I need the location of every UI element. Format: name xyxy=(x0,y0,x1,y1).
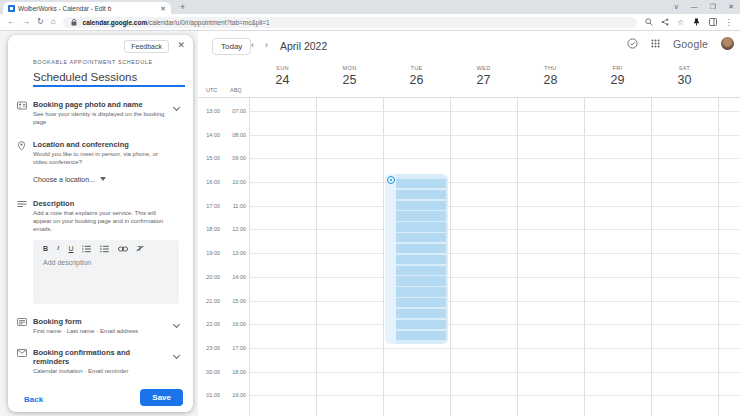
appointment-slot[interactable] xyxy=(396,320,446,329)
insert-link-icon[interactable] xyxy=(118,246,128,252)
day-cell[interactable]: TUE 26 xyxy=(383,65,450,87)
hour-label-local: 19:00 xyxy=(224,392,246,398)
appointment-slot[interactable] xyxy=(396,255,446,264)
appointment-slot[interactable] xyxy=(396,201,446,210)
appointment-slot[interactable] xyxy=(396,233,446,242)
account-avatar[interactable] xyxy=(721,37,734,50)
appointment-schedule-block[interactable] xyxy=(385,174,448,344)
prev-week-icon[interactable]: ‹ xyxy=(251,40,254,50)
hour-row: 23:00 17:00 xyxy=(198,348,740,372)
day-name: FRI xyxy=(584,65,651,71)
reload-icon[interactable]: ↻ xyxy=(37,18,44,26)
new-tab-button[interactable]: + xyxy=(180,3,185,12)
numbered-list-icon[interactable] xyxy=(82,245,91,253)
back-icon[interactable]: ← xyxy=(7,18,15,26)
hour-row: 00:00 18:00 xyxy=(198,372,740,396)
appointment-slot[interactable] xyxy=(396,266,446,275)
next-week-icon[interactable]: › xyxy=(265,40,268,50)
underline-icon[interactable]: U xyxy=(68,245,73,252)
appointment-slot[interactable] xyxy=(396,179,446,188)
section-confirmations[interactable]: Booking confirmations and reminders Cale… xyxy=(17,348,183,375)
hour-line xyxy=(249,277,740,278)
hour-row: 13:00 07:00 xyxy=(198,111,740,135)
day-cell[interactable]: SAT 30 xyxy=(651,65,718,87)
hour-row: 01:00 19:00 xyxy=(198,395,740,416)
section-booking-form[interactable]: Booking form First name · Last name · Em… xyxy=(17,317,183,335)
hour-line xyxy=(249,301,740,302)
window-menu-icon[interactable]: ∨ xyxy=(674,1,679,13)
bookmark-star-icon[interactable]: ☆ xyxy=(676,18,685,27)
day-cell[interactable]: FRI 29 xyxy=(584,65,651,87)
day-cell[interactable]: THU 28 xyxy=(517,65,584,87)
browser-tabstrip: WolberWorks - Calendar - Edit b ✕ + ∨ — … xyxy=(0,0,740,14)
hour-label-utc: 16:00 xyxy=(198,179,220,185)
description-editor[interactable]: B I U T Add description xyxy=(33,240,179,304)
email-icon xyxy=(17,348,27,375)
hour-row: 15:00 09:00 xyxy=(198,158,740,182)
day-cell[interactable]: SUN 24 xyxy=(249,65,316,87)
browser-tab[interactable]: WolberWorks - Calendar - Edit b ✕ xyxy=(3,2,171,14)
hour-row: 14:00 08:00 xyxy=(198,135,740,159)
tab-close-icon[interactable]: ✕ xyxy=(160,5,166,12)
chevron-down-icon[interactable] xyxy=(173,104,180,111)
italic-icon[interactable]: I xyxy=(57,245,59,252)
day-cell[interactable]: MON 25 xyxy=(316,65,383,87)
appointment-slot[interactable] xyxy=(396,287,446,296)
hour-rows: 13:00 07:00 14:00 08:00 15:00 09:00 xyxy=(198,111,740,416)
appointment-slot[interactable] xyxy=(396,190,446,199)
lock-icon xyxy=(70,18,79,27)
save-button[interactable]: Save xyxy=(140,389,183,406)
hour-label-utc: 17:00 xyxy=(198,203,220,209)
form-list-icon xyxy=(17,317,27,335)
appointment-slot[interactable] xyxy=(396,331,446,340)
appointment-slot[interactable] xyxy=(396,222,446,231)
bold-icon[interactable]: B xyxy=(43,245,48,252)
home-icon[interactable]: ⌂ xyxy=(51,18,56,26)
side-panel-icon[interactable] xyxy=(708,18,717,27)
screen: WolberWorks - Calendar - Edit b ✕ + ∨ — … xyxy=(0,0,740,416)
apps-grid-icon[interactable] xyxy=(651,39,660,48)
appointment-slot[interactable] xyxy=(396,298,446,307)
clear-formatting-icon[interactable]: T xyxy=(137,245,141,252)
address-bar[interactable]: calendar.google.com/calendar/u/0/r/appoi… xyxy=(63,17,637,28)
hour-label-utc: 18:00 xyxy=(198,226,220,232)
sync-status-icon[interactable] xyxy=(627,38,638,49)
day-cell[interactable]: WED 27 xyxy=(450,65,517,87)
hour-row: 16:00 10:00 xyxy=(198,182,740,206)
day-number: 28 xyxy=(517,73,584,87)
calendar-grid[interactable]: 13:00 07:00 14:00 08:00 15:00 09:00 xyxy=(198,98,740,416)
appointment-slot[interactable] xyxy=(396,276,446,285)
extensions-pin-icon[interactable] xyxy=(692,18,701,27)
appointment-slot[interactable] xyxy=(396,211,446,220)
section-location[interactable]: Location and conferencing Would you like… xyxy=(17,140,183,167)
appointment-slot[interactable] xyxy=(396,309,446,318)
schedule-title-input[interactable] xyxy=(33,71,185,87)
day-number: 24 xyxy=(249,73,316,87)
today-button[interactable]: Today xyxy=(212,38,251,55)
appointment-slot[interactable] xyxy=(396,244,446,253)
zoom-search-icon[interactable] xyxy=(644,18,653,27)
close-icon[interactable]: ✕ xyxy=(177,41,185,50)
day-name: SUN xyxy=(249,65,316,71)
panel-eyebrow: BOOKABLE APPOINTMENT SCHEDULE xyxy=(33,59,183,65)
forward-icon[interactable]: → xyxy=(22,18,30,26)
section-booking-page-photo[interactable]: Booking page photo and name See how your… xyxy=(17,100,183,127)
hour-label-utc: 01:00 xyxy=(198,392,220,398)
feedback-button[interactable]: Feedback xyxy=(124,40,169,53)
hour-label-utc: 13:00 xyxy=(198,108,220,114)
window-close-icon[interactable]: ✕ xyxy=(728,1,734,13)
browser-menu-icon[interactable]: ⋮ xyxy=(724,18,733,27)
chevron-down-icon[interactable] xyxy=(173,321,180,328)
window-restore-icon[interactable]: ❐ xyxy=(710,1,716,13)
browser-toolbar: ← → ↻ ⌂ calendar.google.com/calendar/u/0… xyxy=(0,14,740,31)
bulleted-list-icon[interactable] xyxy=(100,245,109,253)
back-button[interactable]: Back xyxy=(24,395,43,404)
window-minimize-icon[interactable]: — xyxy=(691,1,698,13)
chevron-down-icon[interactable] xyxy=(173,352,180,359)
hour-label-local: 10:00 xyxy=(224,179,246,185)
share-icon[interactable] xyxy=(660,18,669,27)
section-subtitle: Calendar invitation · Email reminder xyxy=(33,367,167,375)
location-dropdown[interactable]: Choose a location... xyxy=(33,176,106,183)
description-placeholder: Add description xyxy=(33,256,179,266)
day-name: TUE xyxy=(383,65,450,71)
